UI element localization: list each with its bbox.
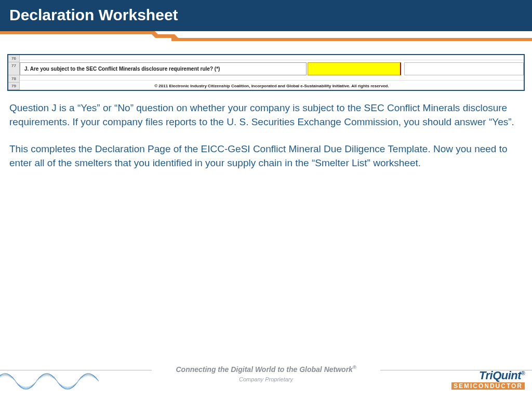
tagline-text: Connecting the Digital World to the Glob… bbox=[176, 365, 352, 374]
logo-top-text: TriQuint bbox=[479, 369, 521, 382]
empty-cell bbox=[20, 75, 524, 81]
orange-divider bbox=[0, 31, 532, 42]
logo-registered-mark: ® bbox=[521, 370, 525, 376]
logo-bottom: SEMICONDUCTOR bbox=[451, 382, 525, 390]
body-text: Question J is a “Yes” or “No” question o… bbox=[9, 101, 523, 170]
page-title: Declaration Worksheet bbox=[9, 6, 178, 23]
row-header: 79 bbox=[8, 83, 20, 90]
empty-cell bbox=[20, 55, 524, 60]
copyright-cell: © 2011 Electronic Industry Citizenship C… bbox=[20, 83, 524, 90]
wave-decoration bbox=[0, 366, 99, 393]
spreadsheet-snippet: 76 77 J. Are you subject to the SEC Conf… bbox=[7, 54, 525, 91]
notes-cell[interactable] bbox=[404, 62, 524, 75]
page-title-bar: Declaration Worksheet bbox=[0, 0, 532, 31]
row-header: 78 bbox=[8, 75, 20, 83]
row-header: 76 bbox=[8, 55, 20, 62]
paragraph-1: Question J is a “Yes” or “No” question o… bbox=[9, 101, 523, 129]
company-logo: TriQuint® SEMICONDUCTOR bbox=[451, 370, 525, 390]
logo-top: TriQuint® bbox=[451, 370, 525, 381]
paragraph-2: This completes the Declaration Page of t… bbox=[9, 142, 523, 170]
registered-mark: ® bbox=[353, 365, 356, 370]
footer: Connecting the Digital World to the Glob… bbox=[0, 358, 532, 399]
row-header: 77 bbox=[8, 62, 20, 75]
answer-dropdown-cell[interactable] bbox=[308, 62, 401, 75]
footer-tagline: Connecting the Digital World to the Glob… bbox=[152, 365, 380, 374]
question-j-cell: J. Are you subject to the SEC Conflict M… bbox=[20, 62, 307, 75]
